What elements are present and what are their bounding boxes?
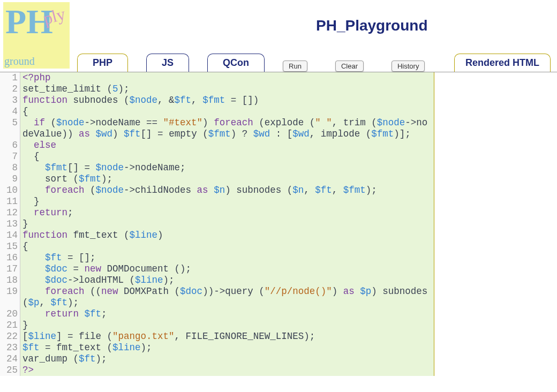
code-line[interactable]: 1<?php	[0, 72, 434, 84]
code-line[interactable]: 24var_dump ($ft);	[0, 353, 434, 365]
code-line[interactable]: 17 $doc = new DOMDocument ();	[0, 263, 434, 275]
run-button[interactable]: Run	[283, 61, 307, 72]
line-number: 9	[0, 174, 20, 185]
code-line[interactable]: 16 $ft = [];	[0, 252, 434, 263]
line-number: 4	[0, 106, 20, 117]
line-number: 17	[0, 263, 20, 275]
code-line[interactable]: 8 $fmt[] = $node->nodeName;	[0, 162, 434, 174]
line-number: 3	[0, 95, 20, 106]
line-number: 22	[0, 331, 20, 342]
line-number: 24	[0, 353, 20, 365]
line-number: 2	[0, 84, 20, 95]
code-line[interactable]: 18 $doc->loadHTML ($line);	[0, 275, 434, 286]
line-number: 11	[0, 196, 20, 207]
code-editor[interactable]: 1<?php2set_time_limit (5);3function subn…	[0, 72, 434, 376]
code-line[interactable]: 14function fmt_text ($line)	[0, 230, 434, 241]
line-number: 25	[0, 365, 20, 376]
rendered-html-panel	[434, 72, 557, 376]
code-line[interactable]: 4{	[0, 106, 434, 117]
tab-js[interactable]: JS	[146, 54, 189, 72]
code-line[interactable]: 21}	[0, 320, 434, 331]
tab-qcon[interactable]: QCon	[207, 54, 265, 72]
history-button[interactable]: History	[392, 61, 425, 72]
line-number: 6	[0, 140, 20, 151]
code-line[interactable]: 11 }	[0, 196, 434, 207]
code-line[interactable]: 3function subnodes ($node, &$ft, $fmt = …	[0, 95, 434, 106]
code-line[interactable]: 15{	[0, 241, 434, 252]
code-line[interactable]: 22[$line] = file ("pango.txt", FILE_IGNO…	[0, 331, 434, 342]
line-number: 21	[0, 320, 20, 331]
code-line[interactable]: 19 foreach ((new DOMXPath ($doc))->query…	[0, 286, 434, 308]
line-number: 15	[0, 241, 20, 252]
code-line[interactable]: 6 else	[0, 140, 434, 151]
code-line[interactable]: 10 foreach ($node->childNodes as $n) sub…	[0, 185, 434, 196]
page-title: PH_Playground	[316, 17, 427, 34]
line-number: 1	[0, 72, 20, 84]
line-number: 19	[0, 286, 20, 308]
tabs-row: PHP JS QCon Run Clear History Rendered H…	[0, 54, 557, 72]
tab-rendered-html[interactable]: Rendered HTML	[454, 54, 551, 72]
tab-php[interactable]: PHP	[77, 54, 128, 72]
code-line[interactable]: 5 if ($node->nodeName == "#text") foreac…	[0, 117, 434, 140]
code-line[interactable]: 13}	[0, 218, 434, 230]
code-line[interactable]: 20 return $ft;	[0, 308, 434, 320]
line-number: 16	[0, 252, 20, 263]
code-line[interactable]: 23$ft = fmt_text ($line);	[0, 342, 434, 353]
code-line[interactable]: 25?>	[0, 365, 434, 376]
line-number: 10	[0, 185, 20, 196]
line-number: 5	[0, 117, 20, 140]
code-line[interactable]: 2set_time_limit (5);	[0, 84, 434, 95]
line-number: 8	[0, 162, 20, 174]
code-line[interactable]: 7 {	[0, 151, 434, 162]
clear-button[interactable]: Clear	[335, 61, 364, 72]
line-number: 12	[0, 207, 20, 218]
line-number: 20	[0, 308, 20, 320]
code-line[interactable]: 12 return;	[0, 207, 434, 218]
line-number: 18	[0, 275, 20, 286]
line-number: 23	[0, 342, 20, 353]
line-number: 14	[0, 230, 20, 241]
code-line[interactable]: 9 sort ($fmt);	[0, 174, 434, 185]
line-number: 7	[0, 151, 20, 162]
line-number: 13	[0, 218, 20, 230]
